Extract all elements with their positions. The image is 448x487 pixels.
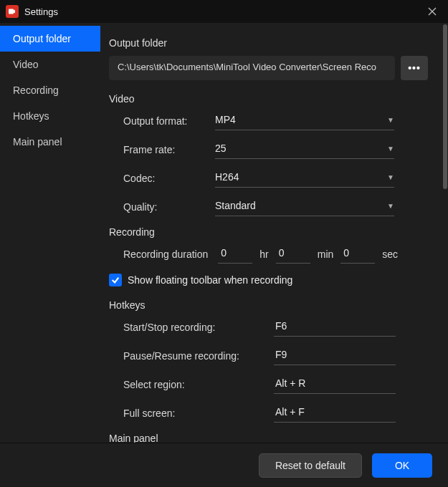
window-title: Settings xyxy=(24,6,58,17)
settings-window: Settings Output folder Video Recording H… xyxy=(0,0,448,487)
sidebar-item-main-panel[interactable]: Main panel xyxy=(0,129,100,155)
hotkey-fullscreen-label: Full screen: xyxy=(123,408,274,419)
recording-duration-row: Recording duration hr min sec xyxy=(109,245,428,264)
frame-rate-label: Frame rate: xyxy=(123,144,215,155)
hotkey-fullscreen-field[interactable]: Alt + F xyxy=(274,404,396,423)
output-folder-row: C:\Users\tk\Documents\MiniTool Video Con… xyxy=(109,56,428,80)
check-icon xyxy=(111,276,120,284)
scrollbar-thumb[interactable] xyxy=(443,24,447,189)
hotkeys-heading: Hotkeys xyxy=(109,299,428,311)
quality-label: Quality: xyxy=(123,201,215,213)
chevron-down-icon: ▼ xyxy=(387,202,394,210)
sec-unit: sec xyxy=(382,249,398,260)
output-format-label: Output format: xyxy=(123,115,215,127)
video-heading: Video xyxy=(109,93,428,105)
duration-min-input[interactable] xyxy=(276,245,310,264)
floating-toolbar-label: Show floating toolbar when recording xyxy=(128,274,292,286)
close-icon xyxy=(428,7,437,16)
reset-to-default-button[interactable]: Reset to default xyxy=(259,453,362,478)
ok-button[interactable]: OK xyxy=(372,453,432,478)
hotkey-startstop-label: Start/Stop recording: xyxy=(123,322,274,333)
sidebar-item-output-folder[interactable]: Output folder xyxy=(0,26,100,52)
floating-toolbar-checkbox[interactable] xyxy=(109,274,122,286)
frame-rate-select[interactable]: 25 ▼ xyxy=(215,140,394,159)
content-area[interactable]: Output folder C:\Users\tk\Documents\Mini… xyxy=(100,23,442,443)
recording-heading: Recording xyxy=(109,226,428,238)
hotkey-pauseresume-label: Pause/Resume recording: xyxy=(123,350,274,362)
chevron-down-icon: ▼ xyxy=(387,145,394,153)
scrollbar[interactable] xyxy=(442,23,448,443)
hotkey-selectregion-field[interactable]: Alt + R xyxy=(274,375,396,394)
duration-hr-input[interactable] xyxy=(218,245,252,264)
codec-label: Codec: xyxy=(123,173,215,184)
browse-button[interactable]: ••• xyxy=(401,56,428,80)
output-format-select[interactable]: MP4 ▼ xyxy=(215,112,394,130)
chevron-down-icon: ▼ xyxy=(387,173,394,181)
floating-toolbar-row: Show floating toolbar when recording xyxy=(109,274,428,286)
codec-select[interactable]: H264 ▼ xyxy=(215,169,394,188)
window-body: Output folder Video Recording Hotkeys Ma… xyxy=(0,23,448,443)
min-unit: min xyxy=(318,249,334,260)
titlebar: Settings xyxy=(0,0,448,23)
hr-unit: hr xyxy=(259,249,268,260)
hotkey-pauseresume-field[interactable]: F9 xyxy=(274,347,396,365)
footer: Reset to default OK xyxy=(0,443,448,487)
quality-select[interactable]: Standard ▼ xyxy=(215,198,394,216)
sidebar-item-recording[interactable]: Recording xyxy=(0,77,100,103)
duration-sec-input[interactable] xyxy=(340,245,375,264)
hotkey-selectregion-label: Select region: xyxy=(123,379,274,390)
ellipsis-icon: ••• xyxy=(408,62,421,74)
hotkey-startstop-field[interactable]: F6 xyxy=(274,318,396,337)
main-panel-heading: Main panel xyxy=(109,433,428,443)
output-folder-path[interactable]: C:\Users\tk\Documents\MiniTool Video Con… xyxy=(109,56,395,80)
chevron-down-icon: ▼ xyxy=(387,116,394,124)
sidebar-item-hotkeys[interactable]: Hotkeys xyxy=(0,103,100,129)
recording-duration-label: Recording duration xyxy=(123,249,208,260)
output-folder-heading: Output folder xyxy=(109,37,428,49)
sidebar: Output folder Video Recording Hotkeys Ma… xyxy=(0,23,100,443)
close-button[interactable] xyxy=(422,1,442,21)
app-icon xyxy=(6,5,19,18)
sidebar-item-video[interactable]: Video xyxy=(0,52,100,77)
